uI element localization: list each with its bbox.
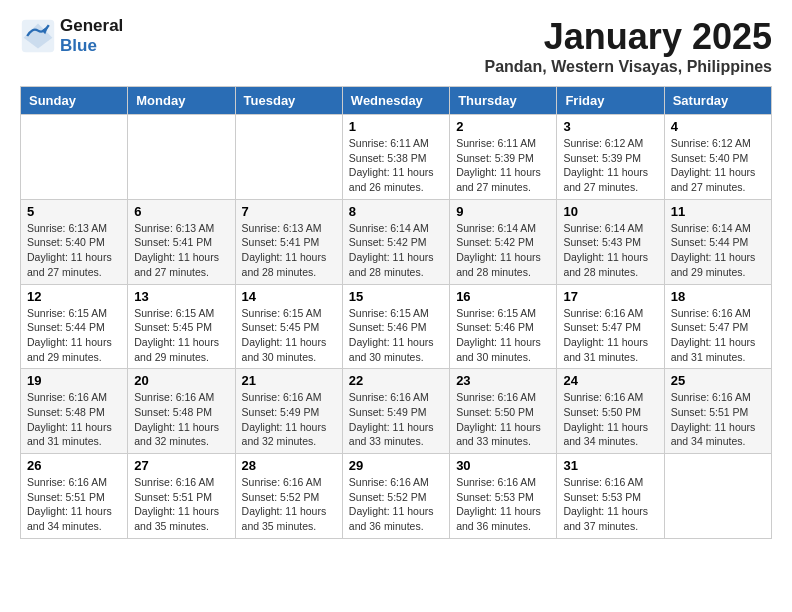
day-info: Sunrise: 6:14 AMSunset: 5:44 PMDaylight:…: [671, 221, 765, 280]
day-info: Sunrise: 6:13 AMSunset: 5:41 PMDaylight:…: [242, 221, 336, 280]
calendar-cell: [21, 115, 128, 200]
calendar-cell: 28Sunrise: 6:16 AMSunset: 5:52 PMDayligh…: [235, 454, 342, 539]
day-info: Sunrise: 6:16 AMSunset: 5:49 PMDaylight:…: [242, 390, 336, 449]
day-number: 18: [671, 289, 765, 304]
page-header: General Blue January 2025 Pandan, Wester…: [20, 16, 772, 76]
week-row-2: 5Sunrise: 6:13 AMSunset: 5:40 PMDaylight…: [21, 199, 772, 284]
calendar-cell: 16Sunrise: 6:15 AMSunset: 5:46 PMDayligh…: [450, 284, 557, 369]
calendar-cell: 14Sunrise: 6:15 AMSunset: 5:45 PMDayligh…: [235, 284, 342, 369]
day-number: 7: [242, 204, 336, 219]
calendar-cell: 24Sunrise: 6:16 AMSunset: 5:50 PMDayligh…: [557, 369, 664, 454]
logo-icon: [20, 18, 56, 54]
calendar-cell: 25Sunrise: 6:16 AMSunset: 5:51 PMDayligh…: [664, 369, 771, 454]
day-number: 12: [27, 289, 121, 304]
logo-text: General Blue: [60, 16, 123, 56]
day-info: Sunrise: 6:16 AMSunset: 5:47 PMDaylight:…: [563, 306, 657, 365]
calendar-cell: 13Sunrise: 6:15 AMSunset: 5:45 PMDayligh…: [128, 284, 235, 369]
calendar-cell: 27Sunrise: 6:16 AMSunset: 5:51 PMDayligh…: [128, 454, 235, 539]
day-number: 25: [671, 373, 765, 388]
day-number: 13: [134, 289, 228, 304]
day-number: 10: [563, 204, 657, 219]
day-info: Sunrise: 6:16 AMSunset: 5:48 PMDaylight:…: [27, 390, 121, 449]
day-info: Sunrise: 6:16 AMSunset: 5:49 PMDaylight:…: [349, 390, 443, 449]
calendar-cell: [128, 115, 235, 200]
calendar-cell: 30Sunrise: 6:16 AMSunset: 5:53 PMDayligh…: [450, 454, 557, 539]
day-info: Sunrise: 6:16 AMSunset: 5:50 PMDaylight:…: [456, 390, 550, 449]
calendar-cell: 8Sunrise: 6:14 AMSunset: 5:42 PMDaylight…: [342, 199, 449, 284]
day-info: Sunrise: 6:16 AMSunset: 5:53 PMDaylight:…: [563, 475, 657, 534]
calendar-body: 1Sunrise: 6:11 AMSunset: 5:38 PMDaylight…: [21, 115, 772, 539]
day-info: Sunrise: 6:15 AMSunset: 5:46 PMDaylight:…: [456, 306, 550, 365]
day-number: 6: [134, 204, 228, 219]
calendar-cell: 7Sunrise: 6:13 AMSunset: 5:41 PMDaylight…: [235, 199, 342, 284]
day-info: Sunrise: 6:15 AMSunset: 5:45 PMDaylight:…: [134, 306, 228, 365]
logo: General Blue: [20, 16, 123, 56]
calendar-cell: 9Sunrise: 6:14 AMSunset: 5:42 PMDaylight…: [450, 199, 557, 284]
calendar-cell: 6Sunrise: 6:13 AMSunset: 5:41 PMDaylight…: [128, 199, 235, 284]
day-info: Sunrise: 6:14 AMSunset: 5:43 PMDaylight:…: [563, 221, 657, 280]
calendar-cell: 10Sunrise: 6:14 AMSunset: 5:43 PMDayligh…: [557, 199, 664, 284]
day-info: Sunrise: 6:15 AMSunset: 5:44 PMDaylight:…: [27, 306, 121, 365]
day-number: 27: [134, 458, 228, 473]
week-row-4: 19Sunrise: 6:16 AMSunset: 5:48 PMDayligh…: [21, 369, 772, 454]
day-number: 11: [671, 204, 765, 219]
calendar-cell: 3Sunrise: 6:12 AMSunset: 5:39 PMDaylight…: [557, 115, 664, 200]
day-number: 9: [456, 204, 550, 219]
day-info: Sunrise: 6:15 AMSunset: 5:45 PMDaylight:…: [242, 306, 336, 365]
day-number: 28: [242, 458, 336, 473]
day-number: 16: [456, 289, 550, 304]
day-info: Sunrise: 6:14 AMSunset: 5:42 PMDaylight:…: [349, 221, 443, 280]
day-number: 19: [27, 373, 121, 388]
day-number: 23: [456, 373, 550, 388]
day-info: Sunrise: 6:16 AMSunset: 5:47 PMDaylight:…: [671, 306, 765, 365]
calendar-cell: 1Sunrise: 6:11 AMSunset: 5:38 PMDaylight…: [342, 115, 449, 200]
day-number: 24: [563, 373, 657, 388]
day-info: Sunrise: 6:16 AMSunset: 5:48 PMDaylight:…: [134, 390, 228, 449]
day-info: Sunrise: 6:16 AMSunset: 5:51 PMDaylight:…: [134, 475, 228, 534]
week-row-1: 1Sunrise: 6:11 AMSunset: 5:38 PMDaylight…: [21, 115, 772, 200]
calendar-table: SundayMondayTuesdayWednesdayThursdayFrid…: [20, 86, 772, 539]
day-info: Sunrise: 6:16 AMSunset: 5:52 PMDaylight:…: [242, 475, 336, 534]
calendar-cell: 4Sunrise: 6:12 AMSunset: 5:40 PMDaylight…: [664, 115, 771, 200]
weekday-sunday: Sunday: [21, 87, 128, 115]
day-number: 21: [242, 373, 336, 388]
day-number: 14: [242, 289, 336, 304]
day-number: 20: [134, 373, 228, 388]
day-number: 4: [671, 119, 765, 134]
calendar-cell: 5Sunrise: 6:13 AMSunset: 5:40 PMDaylight…: [21, 199, 128, 284]
calendar-cell: 11Sunrise: 6:14 AMSunset: 5:44 PMDayligh…: [664, 199, 771, 284]
day-info: Sunrise: 6:13 AMSunset: 5:40 PMDaylight:…: [27, 221, 121, 280]
day-info: Sunrise: 6:11 AMSunset: 5:38 PMDaylight:…: [349, 136, 443, 195]
calendar-cell: 26Sunrise: 6:16 AMSunset: 5:51 PMDayligh…: [21, 454, 128, 539]
day-info: Sunrise: 6:15 AMSunset: 5:46 PMDaylight:…: [349, 306, 443, 365]
calendar-cell: 21Sunrise: 6:16 AMSunset: 5:49 PMDayligh…: [235, 369, 342, 454]
calendar-cell: [235, 115, 342, 200]
calendar-cell: 31Sunrise: 6:16 AMSunset: 5:53 PMDayligh…: [557, 454, 664, 539]
day-number: 15: [349, 289, 443, 304]
calendar-cell: 17Sunrise: 6:16 AMSunset: 5:47 PMDayligh…: [557, 284, 664, 369]
weekday-friday: Friday: [557, 87, 664, 115]
weekday-monday: Monday: [128, 87, 235, 115]
day-info: Sunrise: 6:16 AMSunset: 5:53 PMDaylight:…: [456, 475, 550, 534]
day-number: 3: [563, 119, 657, 134]
calendar-cell: 12Sunrise: 6:15 AMSunset: 5:44 PMDayligh…: [21, 284, 128, 369]
week-row-5: 26Sunrise: 6:16 AMSunset: 5:51 PMDayligh…: [21, 454, 772, 539]
day-number: 22: [349, 373, 443, 388]
day-number: 1: [349, 119, 443, 134]
day-number: 31: [563, 458, 657, 473]
calendar-cell: 20Sunrise: 6:16 AMSunset: 5:48 PMDayligh…: [128, 369, 235, 454]
day-info: Sunrise: 6:12 AMSunset: 5:39 PMDaylight:…: [563, 136, 657, 195]
title-block: January 2025 Pandan, Western Visayas, Ph…: [484, 16, 772, 76]
weekday-wednesday: Wednesday: [342, 87, 449, 115]
day-number: 29: [349, 458, 443, 473]
calendar-cell: 15Sunrise: 6:15 AMSunset: 5:46 PMDayligh…: [342, 284, 449, 369]
day-info: Sunrise: 6:13 AMSunset: 5:41 PMDaylight:…: [134, 221, 228, 280]
day-number: 26: [27, 458, 121, 473]
calendar-cell: [664, 454, 771, 539]
day-info: Sunrise: 6:16 AMSunset: 5:52 PMDaylight:…: [349, 475, 443, 534]
calendar-cell: 22Sunrise: 6:16 AMSunset: 5:49 PMDayligh…: [342, 369, 449, 454]
day-number: 30: [456, 458, 550, 473]
location: Pandan, Western Visayas, Philippines: [484, 58, 772, 76]
calendar-cell: 18Sunrise: 6:16 AMSunset: 5:47 PMDayligh…: [664, 284, 771, 369]
day-number: 2: [456, 119, 550, 134]
